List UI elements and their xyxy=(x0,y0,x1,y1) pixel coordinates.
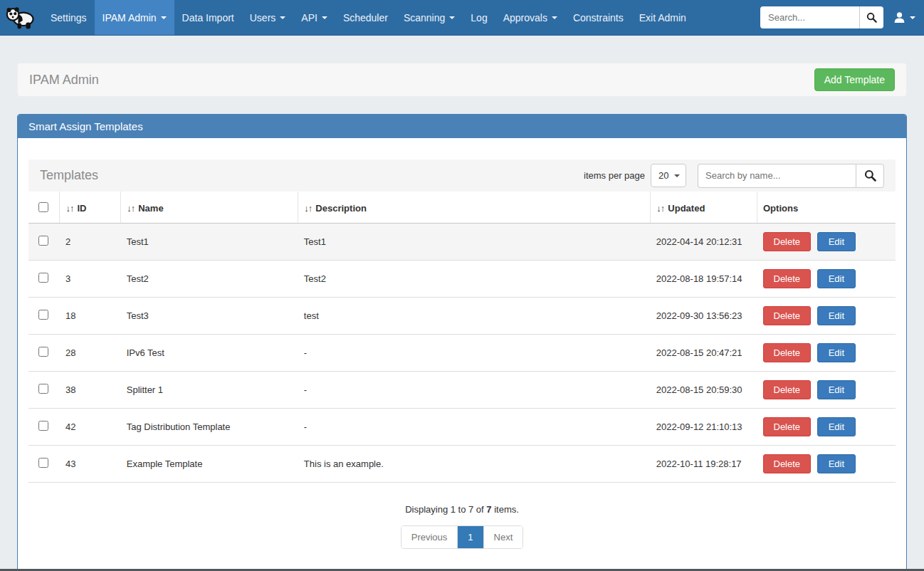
next-page-button[interactable]: Next xyxy=(483,526,523,548)
table-row: 18 Test3 test 2022-09-30 13:56:23 Delete… xyxy=(28,298,896,335)
header-label: Name xyxy=(138,203,163,214)
search-by-name-input[interactable] xyxy=(698,164,856,188)
cell-updated: 2022-10-11 19:28:17 xyxy=(651,446,757,483)
cell-description: - xyxy=(298,409,651,446)
cell-checkbox xyxy=(28,335,60,372)
cell-checkbox xyxy=(28,261,60,298)
cell-updated: 2022-04-14 20:12:31 xyxy=(651,224,757,261)
user-icon xyxy=(893,11,905,23)
delete-button[interactable]: Delete xyxy=(763,343,812,362)
cell-name: IPv6 Test xyxy=(121,335,298,372)
nav-item-label: Constraints xyxy=(573,12,624,23)
table-search-button[interactable] xyxy=(856,164,884,188)
delete-button[interactable]: Delete xyxy=(763,232,812,251)
nav-item-log[interactable]: Log xyxy=(463,0,495,35)
edit-button[interactable]: Edit xyxy=(817,417,856,436)
nav-item-label: API xyxy=(301,12,317,23)
cell-updated: 2022-08-15 20:59:30 xyxy=(651,372,757,409)
cell-updated: 2022-08-18 19:57:14 xyxy=(651,261,757,298)
nav-items: Settings IPAM Admin Data Import Users AP… xyxy=(43,0,694,35)
cell-updated: 2022-08-15 20:47:21 xyxy=(651,335,757,372)
header-id[interactable]: ↓↑ID xyxy=(60,192,121,224)
user-menu-button[interactable] xyxy=(893,11,915,23)
items-per-page-select[interactable]: 20 xyxy=(651,164,686,187)
sort-icon[interactable]: ↓↑ xyxy=(656,203,664,214)
panda-logo-icon[interactable] xyxy=(0,0,43,35)
nav-item-settings[interactable]: Settings xyxy=(43,0,95,35)
nav-item-label: Scheduler xyxy=(343,12,388,23)
edit-button[interactable]: Edit xyxy=(817,269,856,288)
delete-button[interactable]: Delete xyxy=(763,454,812,473)
edit-button[interactable]: Edit xyxy=(817,380,856,399)
caret-down-icon xyxy=(552,16,557,19)
delete-button[interactable]: Delete xyxy=(763,417,812,436)
table-header-row: ↓↑ID ↓↑Name ↓↑Description ↓↑Updated Opti… xyxy=(28,192,896,224)
nav-item-users[interactable]: Users xyxy=(242,0,294,35)
items-per-page-value: 20 xyxy=(658,170,668,181)
cell-options: Delete Edit xyxy=(757,224,896,261)
nav-item-approvals[interactable]: Approvals xyxy=(495,0,565,35)
add-template-button[interactable]: Add Template xyxy=(814,68,895,91)
navbar-search-group xyxy=(760,6,883,28)
nav-item-label: Data Import xyxy=(182,12,234,23)
row-checkbox[interactable] xyxy=(38,310,48,320)
header-label: Updated xyxy=(668,203,705,214)
cell-id: 18 xyxy=(60,298,121,335)
cell-id: 38 xyxy=(60,372,121,409)
nav-item-data-import[interactable]: Data Import xyxy=(174,0,242,35)
select-all-checkbox[interactable] xyxy=(38,202,48,212)
nav-item-constraints[interactable]: Constraints xyxy=(565,0,631,35)
row-checkbox[interactable] xyxy=(38,458,48,468)
row-checkbox[interactable] xyxy=(38,273,48,283)
cell-options: Delete Edit xyxy=(757,446,896,483)
nav-item-api[interactable]: API xyxy=(293,0,335,35)
header-name[interactable]: ↓↑Name xyxy=(121,192,298,224)
cell-updated: 2022-09-12 21:10:13 xyxy=(651,409,757,446)
navbar-search-button[interactable] xyxy=(860,6,883,28)
nav-item-scanning[interactable]: Scanning xyxy=(396,0,463,35)
pagination: Previous 1 Next xyxy=(401,525,524,549)
cell-name: Tag Distribution Template xyxy=(121,409,298,446)
caret-down-icon xyxy=(449,16,455,19)
row-checkbox[interactable] xyxy=(38,421,48,431)
edit-button[interactable]: Edit xyxy=(817,343,856,362)
previous-page-button[interactable]: Previous xyxy=(401,526,458,548)
header-description[interactable]: ↓↑Description xyxy=(298,192,651,224)
page-header-bar: IPAM Admin Add Template xyxy=(17,63,907,97)
nav-item-exit-admin[interactable]: Exit Admin xyxy=(631,0,694,35)
edit-button[interactable]: Edit xyxy=(817,232,856,251)
search-icon xyxy=(866,12,877,23)
summary-total: 7 xyxy=(486,504,491,515)
summary-suffix: items. xyxy=(492,504,519,515)
table-row: 3 Test2 Test2 2022-08-18 19:57:14 Delete… xyxy=(28,261,896,298)
panda-logo-svg xyxy=(6,6,37,30)
cell-name: Splitter 1 xyxy=(121,372,298,409)
navbar-search-input[interactable] xyxy=(760,6,860,28)
header-label: Description xyxy=(315,203,367,214)
cell-options: Delete Edit xyxy=(757,261,896,298)
row-checkbox[interactable] xyxy=(38,236,48,246)
cell-name: Example Template xyxy=(121,446,298,483)
cell-checkbox xyxy=(28,298,60,335)
summary-prefix: Displaying 1 to 7 of xyxy=(405,504,486,515)
cell-options: Delete Edit xyxy=(757,335,896,372)
header-updated[interactable]: ↓↑Updated xyxy=(651,192,757,224)
search-icon xyxy=(864,169,876,182)
delete-button[interactable]: Delete xyxy=(763,380,812,399)
row-checkbox[interactable] xyxy=(38,347,48,357)
smart-assign-templates-panel: Smart Assign Templates Templates items p… xyxy=(17,114,907,571)
delete-button[interactable]: Delete xyxy=(763,269,812,288)
screen: Settings IPAM Admin Data Import Users AP… xyxy=(0,0,924,571)
caret-down-icon xyxy=(161,16,167,19)
edit-button[interactable]: Edit xyxy=(817,306,856,325)
row-checkbox[interactable] xyxy=(38,384,48,394)
edit-button[interactable]: Edit xyxy=(817,454,856,473)
templates-toolbar: Templates items per page 20 xyxy=(28,159,896,192)
sort-icon[interactable]: ↓↑ xyxy=(304,203,312,214)
sort-icon[interactable]: ↓↑ xyxy=(65,203,73,214)
sort-icon[interactable]: ↓↑ xyxy=(127,203,135,214)
delete-button[interactable]: Delete xyxy=(763,306,812,325)
nav-item-scheduler[interactable]: Scheduler xyxy=(335,0,396,35)
page-1-button[interactable]: 1 xyxy=(457,526,483,548)
nav-item-ipam-admin[interactable]: IPAM Admin xyxy=(95,0,174,35)
